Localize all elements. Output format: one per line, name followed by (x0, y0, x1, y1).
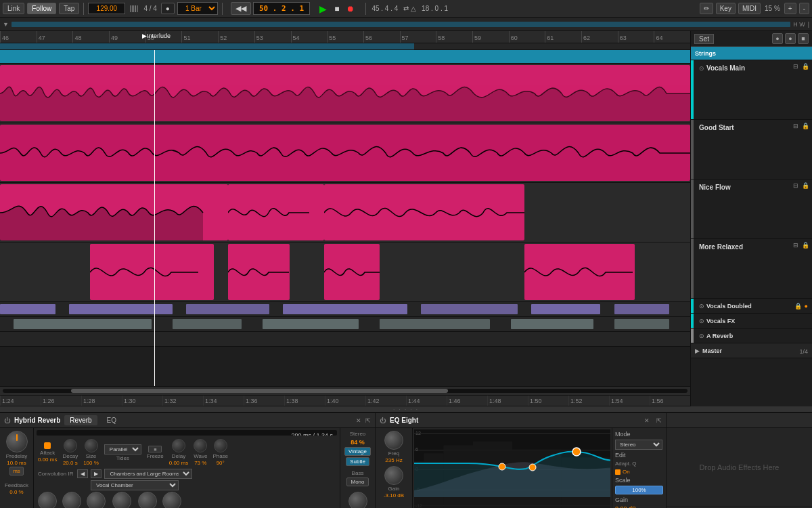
play-button[interactable]: ▶ (317, 3, 330, 14)
ms-toggle[interactable]: ms (9, 467, 24, 475)
tracks-scroll[interactable] (0, 50, 690, 386)
vfx-clip1[interactable] (14, 319, 152, 329)
nice-flow-clip1[interactable] (0, 184, 228, 240)
quantize-select[interactable]: 1 Bar (177, 2, 218, 15)
track-lock-button[interactable]: 🔒 (802, 63, 809, 70)
lower-ruler[interactable]: 1:24 1:26 1:28 1:30 1:32 1:34 1:36 1:38 … (0, 396, 690, 406)
track-fold-button[interactable]: ⊟ (793, 242, 798, 249)
track-fold-button[interactable]: ⊟ (793, 182, 798, 189)
track-fold-button[interactable]: ⊟ (793, 63, 798, 70)
eq-power-btn[interactable]: ⏻ (380, 417, 386, 424)
drywet-knob[interactable] (348, 492, 367, 508)
size2-knob[interactable] (87, 492, 106, 508)
reverb-tab2[interactable]: EQ (102, 415, 122, 425)
eq-freq-knob[interactable] (384, 431, 403, 450)
eq-node-2[interactable] (499, 463, 505, 470)
scrub-bar[interactable] (0, 43, 690, 50)
nice-flow-clip2[interactable] (228, 184, 325, 240)
timeline-ruler[interactable]: ▶Interlude 46 47 48 49 50 51 52 53 54 55… (0, 31, 690, 43)
vfx-clip3[interactable] (263, 319, 359, 329)
eq-graph[interactable]: 12 6 0 -6 -12 (414, 429, 610, 508)
track-lock-button[interactable]: 🔒 (802, 182, 809, 189)
vd-clip5[interactable] (421, 304, 518, 314)
tap-button[interactable]: Tap (59, 3, 79, 14)
scale-val-btn[interactable]: 100% (615, 486, 663, 494)
send-indicator[interactable]: ● (805, 303, 808, 310)
good-start-clip[interactable] (0, 125, 690, 181)
adapt-q-led[interactable] (615, 469, 621, 475)
zoom-in-button[interactable]: + (784, 3, 796, 14)
size-knob[interactable] (85, 439, 98, 452)
link-button[interactable]: Link (3, 3, 24, 14)
convir-next-btn[interactable]: ▶ (91, 469, 102, 478)
strings-clip-row[interactable]: Strings (691, 47, 812, 60)
key-button[interactable]: Key (716, 3, 736, 14)
vfx-clip6[interactable] (614, 319, 670, 329)
more-relaxed-clip1[interactable] (90, 244, 215, 300)
nice-flow-clip3[interactable] (324, 184, 524, 240)
pencil-button[interactable]: ✏ (700, 3, 713, 14)
vd-clip4[interactable] (283, 304, 407, 314)
tide-knob[interactable] (138, 492, 157, 508)
vd-clip6[interactable] (531, 304, 600, 314)
overview-bar[interactable] (12, 22, 790, 27)
track-fold-button[interactable]: ⊟ (793, 123, 798, 129)
set-icon-3[interactable]: ■ (798, 33, 809, 44)
delay-knob[interactable] (172, 439, 185, 452)
vfx-clip2[interactable] (173, 319, 242, 329)
track-lock-small[interactable]: 🔒 (794, 303, 802, 310)
eq-node-4[interactable] (572, 448, 581, 456)
vfx-clip5[interactable] (511, 319, 593, 329)
midi-button[interactable]: MIDI (738, 3, 761, 14)
bpm-input[interactable] (88, 3, 125, 14)
phase-knob[interactable] (214, 439, 227, 452)
track-fold-icon2[interactable]: ⊙ (699, 303, 704, 310)
zoom-out-button[interactable]: - (799, 3, 809, 14)
decay-knob[interactable] (64, 439, 77, 452)
more-relaxed-clip2[interactable] (228, 244, 290, 300)
attack-led[interactable] (44, 442, 51, 449)
mono-btn[interactable]: Mono (346, 478, 368, 486)
track-fold-icon3[interactable]: ⊙ (699, 318, 704, 324)
predelay-knob[interactable] (6, 431, 28, 452)
more-relaxed-clip3[interactable] (324, 244, 380, 300)
vintage-btn[interactable]: Vintage (344, 447, 371, 456)
vocal-chamber-select[interactable]: Vocal Chamber (91, 480, 179, 490)
eq-node-3[interactable] (529, 464, 536, 471)
reverb-power-btn[interactable]: ⏻ (4, 417, 10, 424)
resize-handle[interactable]: · · · · · (0, 406, 812, 412)
more-relaxed-clip4[interactable] (524, 244, 635, 300)
eq-expand-btn[interactable]: ⇱ (656, 417, 662, 424)
reverb-expand-btn[interactable]: ⇱ (365, 417, 371, 424)
stop-button[interactable]: ■ (332, 4, 342, 14)
reverb-close-btn[interactable]: ✕ (356, 417, 361, 424)
strings-top-clip[interactable] (0, 50, 690, 63)
vfx-clip4[interactable] (380, 319, 490, 329)
set-icon-1[interactable]: ● (772, 33, 783, 44)
rewind-button[interactable]: ◀◀ (231, 2, 251, 15)
blend-knob[interactable] (38, 492, 57, 508)
master-fold-icon[interactable]: ▶ (695, 347, 700, 354)
vd-clip2[interactable] (69, 304, 173, 314)
decay2-knob[interactable] (62, 492, 81, 508)
vd-clip1[interactable] (0, 304, 55, 314)
algorithm-select[interactable]: Parallel Serial (104, 444, 141, 454)
track-lock-button[interactable]: 🔒 (802, 242, 809, 249)
freeze-btn[interactable]: ■ (148, 446, 162, 452)
record-button[interactable]: ⏺ (344, 4, 357, 14)
vd-clip3[interactable] (186, 304, 269, 314)
follow-button[interactable]: Follow (27, 3, 56, 14)
track-lock-button[interactable]: 🔒 (802, 123, 809, 129)
subtle-btn[interactable]: Subtle (346, 457, 369, 466)
scroll-track[interactable] (3, 389, 687, 393)
rate-knob[interactable] (162, 492, 181, 508)
reverb-tab1[interactable]: Reverb (64, 415, 97, 425)
drop-fx-area[interactable]: Drop Audio Effects Here (667, 428, 812, 507)
convir-prev-btn[interactable]: ◀ (77, 469, 88, 478)
track-fold-icon[interactable]: ⊙ (699, 65, 704, 72)
metronome-button[interactable]: ● (161, 3, 175, 14)
damping-knob[interactable] (112, 492, 131, 508)
vd-clip7[interactable] (614, 304, 670, 314)
horizontal-scrollbar[interactable] (0, 386, 690, 396)
set-icon-2[interactable]: ● (785, 33, 796, 44)
